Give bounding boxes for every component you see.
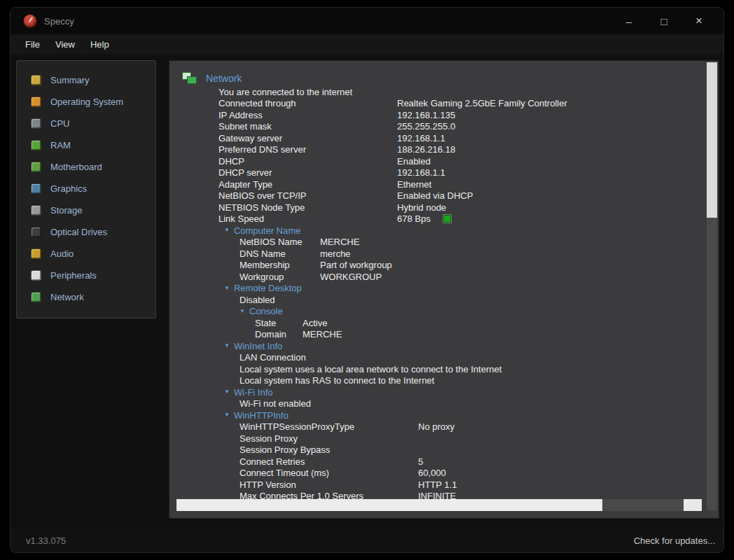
section-toggle-winhttpinfo[interactable]: ▼WinHTTPInfo (219, 410, 719, 421)
info-row-connect-retries: Connect Retries5 (219, 456, 719, 468)
info-value: Part of workgroup (320, 260, 392, 270)
info-value: No proxy (418, 421, 455, 432)
info-value: Enabled via DHCP (397, 190, 473, 201)
info-row-netbios-node-type: NETBIOS Node TypeHybrid node (219, 202, 719, 214)
sidebar-item-ram[interactable]: RAM (17, 134, 155, 156)
info-text: You are connected to the internet (219, 86, 719, 98)
sidebar-item-storage[interactable]: Storage (17, 200, 155, 221)
info-value: 192.168.1.135 (397, 110, 455, 120)
minimize-button[interactable]: – (611, 8, 646, 34)
section-label: Computer Name (234, 225, 300, 236)
info-row-session-proxy: Session Proxy (219, 433, 719, 444)
info-label: IP Address (219, 110, 397, 120)
collapse-arrow-icon: ▼ (224, 227, 230, 233)
menu-help[interactable]: Help (83, 34, 117, 54)
sidebar-item-operating-system[interactable]: Operating System (17, 91, 155, 113)
sidebar-item-motherboard[interactable]: Motherboard (17, 156, 155, 178)
info-label: Max Connects Per 1.0 Servers (240, 491, 418, 499)
info-row-subnet-mask: Subnet mask255.255.255.0 (219, 121, 719, 133)
version-label: v1.33.075 (26, 536, 66, 546)
info-label: Subnet mask (219, 121, 397, 132)
info-row-adapter-type: Adapter TypeEthernet (219, 178, 719, 190)
info-label: Gateway server (219, 133, 397, 144)
section-toggle-wininet-info[interactable]: ▼WinInet Info (219, 340, 719, 352)
audio-icon (31, 248, 41, 259)
status-bar: v1.33.075 Check for updates... (11, 528, 723, 552)
maximize-button[interactable]: □ (646, 8, 681, 34)
cpu-icon (31, 118, 41, 129)
horizontal-scrollbar-thumb[interactable] (176, 499, 602, 511)
info-label: DHCP (219, 156, 397, 167)
optical-drives-icon (31, 227, 41, 237)
sidebar-item-label: Audio (50, 248, 74, 259)
info-label: State (255, 318, 303, 328)
info-label: NetBIOS over TCP/IP (219, 190, 397, 201)
section-toggle-remote-desktop[interactable]: ▼Remote Desktop (219, 283, 719, 295)
info-label: Link Speed (219, 214, 397, 224)
collapse-arrow-icon: ▼ (224, 412, 230, 418)
info-value: 192.168.1.1 (397, 133, 445, 144)
info-label: Domain (255, 329, 303, 340)
sidebar-item-graphics[interactable]: Graphics (17, 178, 155, 200)
section-label: Wi-Fi Info (234, 387, 273, 398)
menu-view[interactable]: View (48, 34, 83, 54)
scrollbar-corner (684, 499, 702, 511)
info-value: 255.255.255.0 (397, 121, 455, 132)
info-label: Session Proxy (240, 433, 418, 444)
info-value: Active (303, 318, 327, 328)
close-button[interactable]: × (681, 8, 716, 34)
info-value: merche (320, 248, 350, 259)
info-label: DNS Name (240, 248, 320, 259)
info-value: HTTP 1.1 (418, 479, 457, 490)
info-label: Connect Timeout (ms) (240, 468, 418, 478)
sidebar-item-optical-drives[interactable]: Optical Drives (17, 221, 155, 243)
info-text: LAN Connection (219, 352, 719, 364)
info-label: Workgroup (240, 272, 320, 282)
collapse-arrow-icon: ▼ (240, 309, 245, 314)
window-body: SummaryOperating SystemCPURAMMotherboard… (11, 54, 723, 530)
info-value: 60,000 (418, 468, 446, 478)
info-row-preferred-dns-server: Preferred DNS server188.26.216.18 (219, 144, 719, 156)
sidebar-item-network[interactable]: Network (17, 286, 155, 308)
window-controls: – □ × (611, 8, 716, 34)
link-speed-indicator-icon (443, 215, 451, 223)
content-panel: Network You are connected to the interne… (169, 60, 719, 519)
info-label: Connected through (219, 98, 397, 108)
info-value: Hybrid node (397, 202, 446, 213)
section-label: WinHTTPInfo (234, 410, 289, 421)
sidebar-item-audio[interactable]: Audio (17, 243, 155, 265)
info-value: MERCHE (320, 237, 359, 247)
sidebar-item-label: Storage (50, 205, 83, 216)
info-text: Local system uses a local area network t… (219, 363, 719, 375)
section-toggle-computer-name[interactable]: ▼Computer Name (219, 225, 719, 237)
info-row-connected-through: Connected throughRealtek Gaming 2.5GbE F… (219, 98, 719, 110)
vertical-scrollbar[interactable] (707, 62, 717, 510)
info-label: Connect Retries (240, 456, 418, 467)
sidebar-item-summary[interactable]: Summary (17, 69, 155, 91)
info-label: NETBIOS Node Type (219, 202, 397, 213)
sidebar-item-label: Optical Drives (50, 227, 107, 237)
info-label: Adapter Type (219, 179, 397, 190)
network-header-icon (182, 72, 198, 85)
info-row-domain: DomainMERCHE (219, 329, 719, 341)
sidebar-item-label: Motherboard (50, 162, 102, 172)
menu-file[interactable]: File (18, 34, 48, 54)
content-header: Network (182, 71, 719, 86)
sidebar-item-label: Graphics (50, 183, 87, 194)
section-label: Console (249, 306, 283, 316)
section-label: WinInet Info (234, 341, 282, 351)
check-for-updates-link[interactable]: Check for updates... (634, 536, 715, 546)
section-toggle-console[interactable]: ▼Console (219, 306, 719, 318)
info-label: Membership (240, 260, 320, 270)
network-icon (31, 292, 41, 302)
collapse-arrow-icon: ▼ (224, 389, 230, 395)
sidebar-item-cpu[interactable]: CPU (17, 113, 155, 134)
horizontal-scrollbar[interactable] (176, 499, 702, 511)
info-value: Ethernet (397, 179, 431, 190)
operating-system-icon (31, 97, 41, 107)
sidebar-item-label: Operating System (50, 97, 123, 107)
sidebar-item-peripherals[interactable]: Peripherals (17, 265, 155, 286)
vertical-scrollbar-thumb[interactable] (707, 62, 717, 218)
sidebar-item-label: Summary (50, 75, 90, 85)
section-toggle-wi-fi-info[interactable]: ▼Wi-Fi Info (219, 386, 719, 398)
